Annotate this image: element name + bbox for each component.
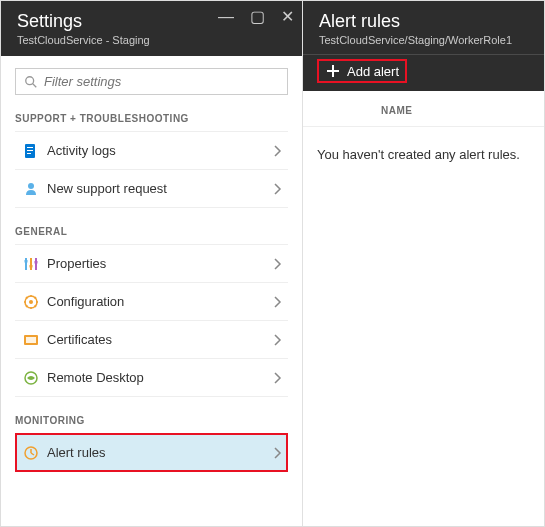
svg-rect-10 <box>25 260 28 263</box>
svg-line-1 <box>33 83 37 87</box>
filter-settings-field[interactable] <box>15 68 288 95</box>
item-label: Certificates <box>47 332 274 347</box>
svg-point-0 <box>26 76 34 84</box>
certificates-icon <box>15 332 47 348</box>
add-alert-button[interactable]: Add alert <box>319 61 405 81</box>
activity-logs-icon <box>15 143 47 159</box>
item-certificates[interactable]: Certificates <box>15 320 288 359</box>
svg-rect-12 <box>35 261 38 264</box>
svg-line-20 <box>31 453 34 455</box>
chevron-right-icon <box>274 334 288 346</box>
configuration-icon <box>15 294 47 310</box>
svg-point-14 <box>29 300 33 304</box>
svg-rect-11 <box>30 265 33 268</box>
window-controls: — ▢ ✕ <box>218 9 294 25</box>
alert-rules-title: Alert rules <box>319 11 528 32</box>
settings-pane: Settings TestCloudService - Staging — ▢ … <box>1 1 303 526</box>
section-monitoring-label: MONITORING <box>15 415 288 426</box>
item-label: New support request <box>47 181 274 196</box>
svg-rect-3 <box>27 147 33 148</box>
settings-subtitle: TestCloudService - Staging <box>17 34 286 46</box>
column-header-name: NAME <box>303 91 544 127</box>
item-alert-rules[interactable]: Alert rules <box>15 433 288 472</box>
svg-point-6 <box>28 183 34 189</box>
alert-rules-header: Alert rules TestCloudService/Staging/Wor… <box>303 1 544 91</box>
section-support-label: SUPPORT + TROUBLESHOOTING <box>15 113 288 124</box>
support-request-icon <box>15 181 47 197</box>
svg-rect-4 <box>27 150 33 151</box>
item-label: Activity logs <box>47 143 274 158</box>
properties-icon <box>15 256 47 272</box>
item-activity-logs[interactable]: Activity logs <box>15 131 288 170</box>
section-general-label: GENERAL <box>15 226 288 237</box>
maximize-icon[interactable]: ▢ <box>250 9 265 25</box>
chevron-right-icon <box>274 372 288 384</box>
alert-rules-icon <box>15 445 47 461</box>
chevron-right-icon <box>274 183 288 195</box>
empty-state-message: You haven't created any alert rules. <box>303 127 544 182</box>
chevron-right-icon <box>274 145 288 157</box>
remote-desktop-icon <box>15 370 47 386</box>
settings-body: SUPPORT + TROUBLESHOOTING Activity logs … <box>1 56 302 526</box>
item-properties[interactable]: Properties <box>15 244 288 283</box>
chevron-right-icon <box>274 296 288 308</box>
svg-rect-5 <box>27 153 31 154</box>
item-label: Configuration <box>47 294 274 309</box>
chevron-right-icon <box>274 447 288 459</box>
plus-icon <box>325 63 341 79</box>
close-icon[interactable]: ✕ <box>281 9 294 25</box>
alert-rules-subtitle: TestCloudService/Staging/WorkerRole1 <box>319 34 528 46</box>
add-alert-label: Add alert <box>347 64 399 79</box>
chevron-right-icon <box>274 258 288 270</box>
filter-settings-input[interactable] <box>44 74 279 89</box>
alert-rules-body: NAME You haven't created any alert rules… <box>303 91 544 182</box>
item-configuration[interactable]: Configuration <box>15 282 288 321</box>
settings-header: Settings TestCloudService - Staging — ▢ … <box>1 1 302 56</box>
item-new-support-request[interactable]: New support request <box>15 169 288 208</box>
item-remote-desktop[interactable]: Remote Desktop <box>15 358 288 397</box>
item-label: Properties <box>47 256 274 271</box>
item-label: Remote Desktop <box>47 370 274 385</box>
search-icon <box>24 75 38 89</box>
alert-rules-pane: Alert rules TestCloudService/Staging/Wor… <box>303 1 544 526</box>
item-label: Alert rules <box>47 445 274 460</box>
svg-rect-16 <box>26 337 36 343</box>
minimize-icon[interactable]: — <box>218 9 234 25</box>
